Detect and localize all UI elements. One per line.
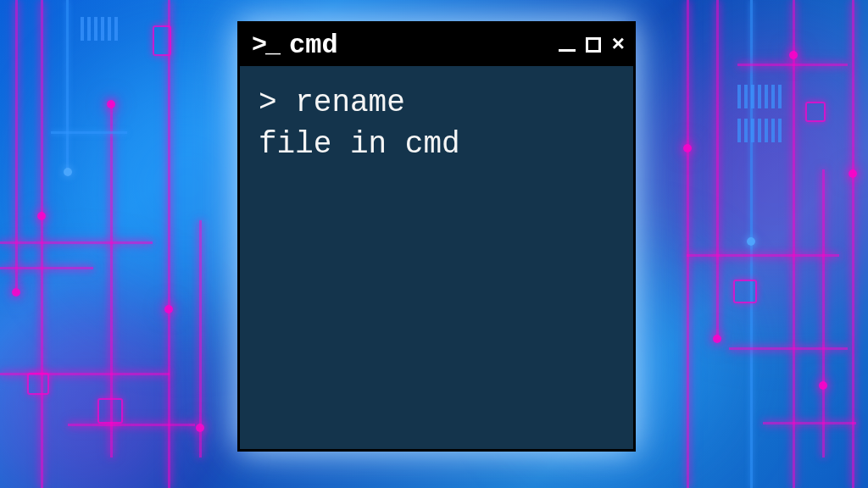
window-title: cmd: [289, 30, 338, 61]
terminal-line-1: > rename: [259, 83, 615, 125]
prompt-icon: >_: [252, 30, 279, 59]
window-controls: ×: [559, 34, 625, 56]
close-button[interactable]: ×: [611, 34, 625, 56]
terminal-window: >_ cmd × > rename file in cmd: [237, 21, 636, 452]
titlebar[interactable]: >_ cmd ×: [240, 24, 633, 66]
titlebar-left: >_ cmd: [252, 30, 338, 61]
terminal-line-2: file in cmd: [259, 125, 615, 166]
minimize-button[interactable]: [559, 49, 576, 52]
maximize-button[interactable]: [586, 37, 601, 53]
terminal-body[interactable]: > rename file in cmd: [240, 66, 633, 449]
